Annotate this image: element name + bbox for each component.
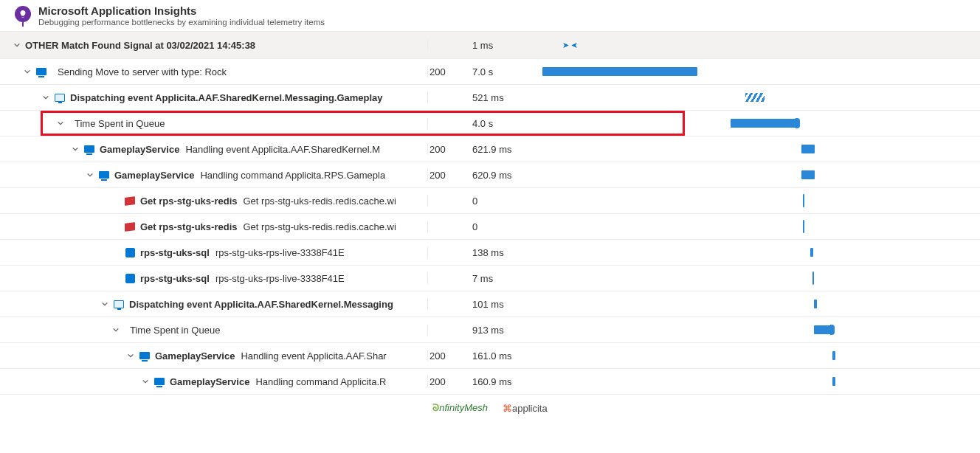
row-duration: 0 xyxy=(458,221,539,232)
server-icon xyxy=(98,169,110,181)
duration-bar xyxy=(801,145,815,153)
row-chart xyxy=(539,240,980,265)
telemetry-row[interactable]: Get rps-stg-uks-redisGet rps-stg-uks-red… xyxy=(0,214,980,240)
duration-bar xyxy=(745,93,765,102)
row-status: 200 xyxy=(428,376,458,387)
row-description: Get rps-stg-uks-redis.redis.cache.wi xyxy=(243,221,396,232)
row-label-cell: rps-stg-uks-sqlrps-stg-uks-rps-live-3338… xyxy=(0,272,428,284)
row-title: GameplayService xyxy=(114,170,194,181)
row-description: Handling event Applicita.AAF.Shar xyxy=(241,350,386,362)
row-title: rps-stg-uks-sql xyxy=(140,247,210,258)
row-label-cell: Time Spent in Queue xyxy=(0,118,428,129)
telemetry-row[interactable]: rps-stg-uks-sqlrps-stg-uks-rps-live-3338… xyxy=(0,240,980,266)
chevron-down-icon[interactable] xyxy=(22,66,32,77)
chevron-down-icon[interactable] xyxy=(85,170,95,180)
duration-bar xyxy=(832,377,835,386)
chevron-down-icon[interactable] xyxy=(41,92,51,103)
row-chart xyxy=(539,343,980,368)
row-label-cell: Dispatching event Applicita.AAF.SharedKe… xyxy=(0,298,428,310)
row-label-cell: Get rps-stg-uks-redisGet rps-stg-uks-red… xyxy=(0,221,428,232)
monitor-icon xyxy=(113,298,125,310)
row-chart xyxy=(539,369,980,394)
sql-icon xyxy=(124,246,136,258)
chevron-down-icon[interactable] xyxy=(70,144,80,154)
row-status: 200 xyxy=(428,350,458,362)
row-description: Time Spent in Queue xyxy=(130,325,220,336)
lightbulb-icon xyxy=(15,6,31,22)
chevron-down-icon[interactable] xyxy=(12,40,22,50)
monitor-icon xyxy=(54,91,66,103)
row-duration: 620.9 ms xyxy=(458,170,539,181)
telemetry-row[interactable]: Get rps-stg-uks-redisGet rps-stg-uks-red… xyxy=(0,188,980,214)
row-chart xyxy=(539,111,980,136)
row-description: Handling event Applicita.AAF.SharedKerne… xyxy=(185,144,380,155)
brand-applicita: ⌘applicita xyxy=(503,403,548,414)
row-duration: 7 ms xyxy=(458,273,539,284)
telemetry-row[interactable]: Sending Move to server with type: Rock20… xyxy=(0,59,980,85)
row-title: GameplayService xyxy=(100,144,179,155)
row-chart xyxy=(539,85,980,110)
telemetry-row[interactable]: Dispatching event Applicita.AAF.SharedKe… xyxy=(0,291,980,317)
row-duration: 101 ms xyxy=(458,299,539,310)
server-icon xyxy=(139,350,151,362)
telemetry-row[interactable]: Dispatching event Applicita.AAF.SharedKe… xyxy=(0,85,980,111)
row-duration: 161.0 ms xyxy=(458,350,539,362)
row-status: 200 xyxy=(428,170,458,181)
row-duration: 4.0 s xyxy=(458,118,539,129)
summary-label-cell: OTHER Match Found Signal at 03/02/2021 1… xyxy=(0,40,428,51)
telemetry-row[interactable]: rps-stg-uks-sqlrps-stg-uks-rps-live-3338… xyxy=(0,266,980,291)
row-duration: 7.0 s xyxy=(458,66,539,77)
row-label-cell: GameplayServiceHandling command Applicit… xyxy=(0,169,428,181)
row-chart xyxy=(539,59,980,84)
row-title: Dispatching event Applicita.AAF.SharedKe… xyxy=(129,299,393,310)
telemetry-row[interactable]: Time Spent in Queue913 ms xyxy=(0,317,980,343)
row-chart xyxy=(539,291,980,317)
telemetry-row[interactable]: GameplayServiceHandling event Applicita.… xyxy=(0,343,980,369)
telemetry-row[interactable]: Time Spent in Queue4.0 s xyxy=(0,111,980,136)
duration-bar xyxy=(803,220,804,233)
row-description: rps-stg-uks-rps-live-3338F41E xyxy=(215,273,345,284)
duration-bar xyxy=(832,351,835,360)
row-description: Handling command Applicita.RPS.Gamepla xyxy=(200,170,385,181)
row-chart xyxy=(539,136,980,162)
telemetry-rows: Sending Move to server with type: Rock20… xyxy=(0,59,980,395)
row-description: rps-stg-uks-rps-live-3338F41E xyxy=(215,247,345,258)
row-label-cell: GameplayServiceHandling event Applicita.… xyxy=(0,143,428,155)
footer: ᘐnfinityMesh ⌘applicita xyxy=(0,395,980,417)
row-title: Get rps-stg-uks-redis xyxy=(140,196,237,207)
row-title: GameplayService xyxy=(155,350,235,362)
brand-infinitymesh: ᘐnfinityMesh xyxy=(432,402,488,414)
chevron-down-icon[interactable] xyxy=(125,350,136,361)
row-chart xyxy=(539,266,980,291)
row-title: Get rps-stg-uks-redis xyxy=(140,221,237,232)
summary-row[interactable]: OTHER Match Found Signal at 03/02/2021 1… xyxy=(0,31,980,59)
duration-bar xyxy=(801,170,815,179)
row-label-cell: rps-stg-uks-sqlrps-stg-uks-rps-live-3338… xyxy=(0,246,428,258)
row-title: GameplayService xyxy=(170,376,249,387)
telemetry-row[interactable]: GameplayServiceHandling command Applicit… xyxy=(0,369,980,395)
telemetry-row[interactable]: GameplayServiceHandling event Applicita.… xyxy=(0,136,980,162)
duration-bar xyxy=(731,119,798,128)
row-label-cell: Get rps-stg-uks-redisGet rps-stg-uks-red… xyxy=(0,195,428,207)
chevron-down-icon[interactable] xyxy=(140,376,151,387)
row-chart xyxy=(539,162,980,187)
telemetry-row[interactable]: GameplayServiceHandling command Applicit… xyxy=(0,162,980,188)
collapse-icon[interactable]: ➤➤ xyxy=(562,41,578,50)
chevron-down-icon[interactable] xyxy=(111,325,121,335)
server-icon xyxy=(35,66,47,77)
duration-bar xyxy=(810,248,813,257)
row-title: Dispatching event Applicita.AAF.SharedKe… xyxy=(70,92,383,103)
row-status: 200 xyxy=(428,144,458,155)
page-title: Microsoft Application Insights xyxy=(38,4,325,17)
page-header: Microsoft Application Insights Debugging… xyxy=(0,0,980,31)
row-title: rps-stg-uks-sql xyxy=(140,273,210,284)
row-label-cell: Time Spent in Queue xyxy=(0,325,428,336)
duration-bar xyxy=(542,67,697,76)
row-duration: 913 ms xyxy=(458,325,539,336)
chevron-down-icon[interactable] xyxy=(100,299,110,309)
sql-icon xyxy=(124,272,136,284)
chevron-down-icon[interactable] xyxy=(55,118,66,128)
header-text: Microsoft Application Insights Debugging… xyxy=(38,4,325,27)
row-status: 200 xyxy=(428,66,458,77)
redis-icon xyxy=(124,195,136,207)
